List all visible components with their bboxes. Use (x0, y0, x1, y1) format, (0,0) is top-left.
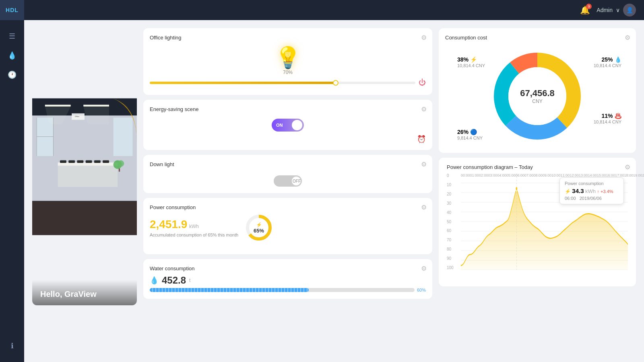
main-donut: 67,456.8 CNY (491, 50, 584, 142)
water-progress-fill (150, 288, 309, 292)
donut-currency: CNY (520, 99, 555, 104)
water-drop-icon: 💧 (150, 276, 159, 285)
toggle-knob (292, 120, 302, 130)
sidebar-item-info[interactable]: ℹ (4, 338, 20, 354)
water-row: 💧 452.8 t (150, 275, 426, 286)
y-label-80: 80 (447, 247, 459, 251)
office-illustration: Office (32, 28, 137, 305)
svg-rect-43 (103, 160, 109, 163)
svg-rect-40 (77, 160, 83, 163)
legend-electricity: 38% ⚡ 10,814.4 CNY (457, 56, 485, 68)
tooltip-datetime: 06:00 2019/06/06 (565, 196, 619, 201)
y-label-10: 10 (447, 183, 459, 187)
toggle-on-label: ON (276, 123, 283, 128)
downlight-card: Down light ⚙ OFF (143, 155, 432, 193)
water-consumption-card: Water consumption ⚙ 💧 452.8 t 60% (143, 259, 432, 299)
svg-rect-38 (60, 160, 66, 163)
office-greeting: Hello, GraView (40, 290, 129, 299)
legend-water-pct: 25% 💧 (594, 56, 621, 63)
power-unit: kWh (189, 224, 199, 229)
user-menu[interactable]: Admin ∨ 👤 (597, 4, 636, 16)
sidebar-item-water[interactable]: 💧 (4, 47, 20, 64)
cost-title: Consumption cost (445, 35, 630, 41)
tooltip-title: Power consumption (565, 181, 619, 186)
water-consumption-gear[interactable]: ⚙ (421, 265, 427, 272)
diagram-gear[interactable]: ⚙ (625, 163, 630, 171)
consumption-cost-card: Consumption cost ⚙ 38% ⚡ 10,814.4 CNY 25… (439, 28, 636, 153)
sidebar-item-clock[interactable]: 🕐 (4, 67, 20, 83)
sidebar-nav: ☰ 💧 🕐 (4, 20, 20, 338)
water-unit: t (189, 278, 190, 283)
energy-scene-card: Energy-saving scene ⚙ ON ⏰ (143, 100, 432, 150)
legend-water-amount: 10,814.4 CNY (594, 63, 621, 68)
legend-elec-pct: 38% ⚡ (457, 56, 485, 63)
svg-point-45 (118, 160, 124, 167)
y-label-30: 30 (447, 201, 459, 206)
office-lighting-gear[interactable]: ⚙ (421, 34, 427, 41)
power-donut: ⚡ 65% (245, 214, 273, 242)
main-content: Office lighting ⚙ 💡 70% ⏻ Energy- (24, 20, 644, 362)
sidebar: HDL ☰ 💧 🕐 ℹ (0, 0, 24, 362)
power-consumption-title: Power consumption (150, 204, 426, 210)
svg-rect-31 (45, 105, 71, 106)
slider-thumb[interactable] (333, 80, 339, 86)
user-avatar: 👤 (623, 4, 636, 16)
legend-water: 25% 💧 10,814.4 CNY (594, 56, 621, 68)
water-percent: 60% (417, 288, 426, 292)
power-consumption-gear[interactable]: ⚙ (421, 204, 427, 211)
chart-y-labels: 100 90 80 70 60 50 40 30 20 10 0 (447, 173, 459, 270)
tooltip-change: ↑ (597, 189, 599, 194)
donut-total-value: 67,456.8 (520, 88, 555, 99)
power-value-row: 2,451.9 kWh (150, 218, 238, 231)
center-column: Consumption cost ⚙ 38% ⚡ 10,814.4 CNY 25… (439, 28, 636, 299)
brightness-slider[interactable] (150, 82, 415, 84)
scene-toggle-container: ON (150, 119, 426, 132)
water-value: 452.8 (162, 275, 186, 286)
y-label-20: 20 (447, 192, 459, 196)
bulb-container: 💡 70% ⏻ (150, 44, 426, 88)
svg-rect-46 (119, 169, 120, 172)
dashboard-grid: Office lighting ⚙ 💡 70% ⏻ Energy- (32, 28, 636, 305)
y-label-70: 70 (447, 238, 459, 242)
tooltip-change-value: +3.4% (601, 189, 613, 194)
slider-fill (150, 82, 336, 84)
diagram-title: Power consumption diagram – Today (447, 164, 628, 170)
chevron-down-icon: ∨ (616, 7, 620, 13)
downlight-toggle[interactable]: OFF (274, 175, 302, 187)
notification-bell[interactable]: 🔔 9 (580, 5, 590, 15)
donut-total: 67,456.8 CNY (520, 88, 555, 104)
app-logo: HDL (0, 0, 24, 20)
clock-icon[interactable]: ⏰ (417, 135, 426, 144)
legend-heat-pct: 11% ♨️ (594, 112, 621, 119)
power-button[interactable]: ⏻ (419, 78, 426, 87)
donut-bolt-icon: ⚡ (256, 222, 262, 228)
tooltip-value-row: ⚡ 34.3 kWh ↑ +3.4% (565, 187, 619, 194)
downlight-gear[interactable]: ⚙ (421, 160, 427, 168)
water-consumption-title: Water consumption (150, 265, 426, 272)
svg-marker-35 (83, 107, 109, 124)
power-consumption-card: Power consumption ⚙ 2,451.9 kWh Accumula… (143, 198, 432, 254)
tooltip-bolt-icon: ⚡ (565, 189, 571, 194)
cost-gear[interactable]: ⚙ (625, 34, 630, 41)
power-sub: Accumulated consumption of 65% this mont… (150, 232, 238, 237)
legend-heat: 11% ♨️ 10,814.4 CNY (594, 112, 621, 124)
notification-badge: 9 (586, 4, 592, 9)
svg-rect-29 (114, 117, 133, 156)
energy-scene-gear[interactable]: ⚙ (421, 105, 427, 113)
energy-scene-title: Energy-saving scene (150, 106, 426, 112)
scene-toggle[interactable]: ON (272, 119, 304, 132)
power-value: 2,451.9 (150, 218, 187, 230)
chart-area: 100 90 80 70 60 50 40 30 20 10 0 (447, 173, 628, 278)
toggle-off-label: OFF (293, 179, 301, 183)
svg-point-20 (516, 187, 518, 191)
photo-overlay: Hello, GraView (32, 280, 137, 305)
legend-gas: 26% 🔵 9,814.4 CNY (457, 128, 483, 140)
sidebar-item-menu[interactable]: ☰ (4, 28, 20, 44)
power-info: 2,451.9 kWh Accumulated consumption of 6… (150, 218, 238, 237)
svg-rect-39 (68, 160, 75, 163)
svg-rect-37 (58, 166, 118, 187)
svg-rect-23 (32, 201, 137, 235)
x-label-20: 20:00 (642, 173, 644, 177)
right-column: Office Hello, GraView (32, 28, 137, 305)
power-diagram-card: Power consumption diagram – Today ⚙ 100 … (439, 158, 636, 286)
